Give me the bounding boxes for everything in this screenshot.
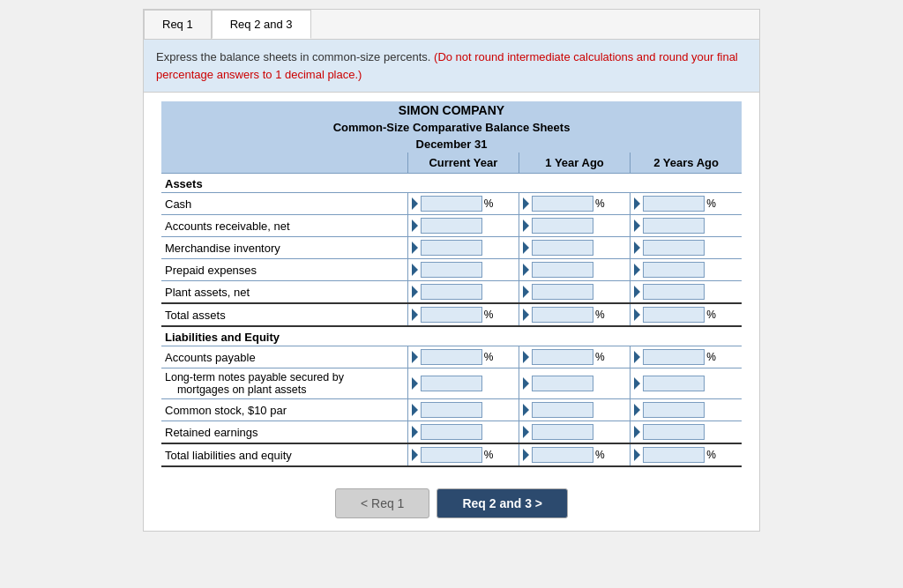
table-container: SIMON COMPANY Common-Size Comparative Ba… bbox=[144, 93, 759, 476]
flag-icon bbox=[634, 309, 640, 321]
section-liabilities: Liabilities and Equity bbox=[161, 326, 742, 346]
table-company-name: SIMON COMPANY bbox=[161, 101, 742, 119]
flag-icon bbox=[412, 377, 418, 390]
input-totalassets-current[interactable] bbox=[421, 307, 482, 323]
row-label-plant: Plant assets, net bbox=[161, 281, 407, 304]
row-2yr-prepaid bbox=[631, 259, 742, 281]
flag-icon bbox=[523, 197, 529, 210]
pct-sign: % bbox=[595, 449, 605, 461]
balance-sheet-table: SIMON COMPANY Common-Size Comparative Ba… bbox=[161, 101, 742, 467]
input-ar-current[interactable] bbox=[421, 218, 482, 234]
input-prepaid-current[interactable] bbox=[421, 262, 482, 278]
input-plant-current[interactable] bbox=[421, 284, 482, 300]
input-ltnotes-1yr[interactable] bbox=[532, 376, 593, 391]
input-ltnotes-current[interactable] bbox=[421, 376, 482, 391]
pct-sign: % bbox=[484, 351, 494, 363]
flag-icon bbox=[412, 264, 418, 276]
input-ap-1yr[interactable] bbox=[532, 349, 593, 365]
input-prepaid-1yr[interactable] bbox=[532, 262, 593, 278]
input-retained-current[interactable] bbox=[421, 424, 482, 440]
flag-icon bbox=[634, 286, 640, 298]
row-2yr-retained bbox=[631, 421, 742, 444]
input-plant-2yr[interactable] bbox=[643, 284, 705, 300]
tab-req1[interactable]: Req 1 bbox=[144, 10, 212, 39]
input-retained-1yr[interactable] bbox=[532, 424, 593, 440]
row-current-total-liab: % bbox=[407, 443, 519, 466]
row-label-stock: Common stock, $10 par bbox=[161, 399, 407, 421]
prev-button[interactable]: < Req 1 bbox=[335, 488, 429, 518]
row-2yr-ap: % bbox=[631, 346, 742, 368]
table-row: Common stock, $10 par bbox=[161, 399, 742, 421]
row-current-cash: % bbox=[407, 193, 519, 215]
table-date: December 31 bbox=[161, 136, 742, 153]
input-ar-1yr[interactable] bbox=[532, 218, 593, 234]
assets-label: Assets bbox=[161, 174, 742, 193]
input-cash-1yr[interactable] bbox=[532, 196, 593, 212]
row-1yr-stock bbox=[519, 399, 630, 421]
input-inventory-current[interactable] bbox=[421, 240, 482, 256]
next-button[interactable]: Req 2 and 3 > bbox=[437, 488, 568, 518]
row-current-plant bbox=[407, 281, 519, 304]
input-totalliab-1yr[interactable] bbox=[532, 447, 593, 463]
input-ar-2yr[interactable] bbox=[643, 218, 705, 234]
input-stock-1yr[interactable] bbox=[532, 402, 593, 418]
row-label-retained: Retained earnings bbox=[161, 421, 407, 444]
row-1yr-prepaid bbox=[519, 259, 630, 281]
input-inventory-1yr[interactable] bbox=[532, 240, 593, 256]
row-current-stock bbox=[407, 399, 519, 421]
row-label-ltnotes: Long-term notes payable secured by mortg… bbox=[161, 368, 407, 399]
row-2yr-inventory bbox=[631, 237, 742, 259]
flag-icon bbox=[634, 220, 640, 232]
row-label-prepaid: Prepaid expenses bbox=[161, 259, 407, 281]
input-stock-2yr[interactable] bbox=[643, 402, 705, 418]
row-label-total-liabilities: Total liabilities and equity bbox=[161, 443, 407, 466]
table-row: Cash % % bbox=[161, 193, 742, 215]
flag-icon bbox=[412, 351, 418, 363]
flag-icon bbox=[412, 242, 418, 254]
row-current-retained bbox=[407, 421, 519, 444]
input-totalliab-current[interactable] bbox=[421, 447, 482, 463]
flag-icon bbox=[634, 426, 640, 438]
pct-sign: % bbox=[595, 197, 605, 210]
row-current-inventory bbox=[407, 237, 519, 259]
row-current-total-assets: % bbox=[407, 303, 519, 326]
table-row: Accounts receivable, net bbox=[161, 215, 742, 237]
row-label-inventory: Merchandise inventory bbox=[161, 237, 407, 259]
tab-bar: Req 1 Req 2 and 3 bbox=[144, 10, 759, 40]
row-label-cash: Cash bbox=[161, 193, 407, 215]
row-2yr-ltnotes bbox=[631, 368, 742, 399]
liabilities-label: Liabilities and Equity bbox=[161, 326, 742, 346]
input-totalassets-1yr[interactable] bbox=[532, 307, 593, 323]
row-label-ap: Accounts payable bbox=[161, 346, 407, 368]
flag-icon bbox=[634, 197, 640, 210]
input-retained-2yr[interactable] bbox=[643, 424, 705, 440]
flag-icon bbox=[523, 264, 529, 276]
input-ap-current[interactable] bbox=[421, 349, 482, 365]
input-stock-current[interactable] bbox=[421, 402, 482, 418]
flag-icon bbox=[523, 449, 529, 461]
flag-icon bbox=[634, 404, 640, 416]
flag-icon bbox=[412, 309, 418, 321]
row-1yr-ar bbox=[519, 215, 630, 237]
col-header-label bbox=[161, 153, 407, 174]
input-cash-2yr[interactable] bbox=[643, 196, 705, 212]
input-inventory-2yr[interactable] bbox=[643, 240, 705, 256]
input-prepaid-2yr[interactable] bbox=[643, 262, 705, 278]
input-ltnotes-2yr[interactable] bbox=[643, 376, 705, 391]
input-totalassets-2yr[interactable] bbox=[643, 307, 705, 323]
input-ap-2yr[interactable] bbox=[643, 349, 705, 365]
flag-icon bbox=[412, 449, 418, 461]
input-cash-current[interactable] bbox=[421, 196, 482, 212]
row-2yr-total-liab: % bbox=[631, 443, 742, 466]
input-totalliab-2yr[interactable] bbox=[643, 447, 705, 463]
flag-icon bbox=[523, 286, 529, 298]
row-current-prepaid bbox=[407, 259, 519, 281]
flag-icon bbox=[634, 264, 640, 276]
flag-icon bbox=[523, 377, 529, 390]
flag-icon bbox=[523, 309, 529, 321]
input-plant-1yr[interactable] bbox=[532, 284, 593, 300]
flag-icon bbox=[412, 286, 418, 298]
main-container: Req 1 Req 2 and 3 Express the balance sh… bbox=[143, 9, 760, 532]
flag-icon bbox=[634, 377, 640, 390]
tab-req2and3[interactable]: Req 2 and 3 bbox=[212, 10, 311, 39]
